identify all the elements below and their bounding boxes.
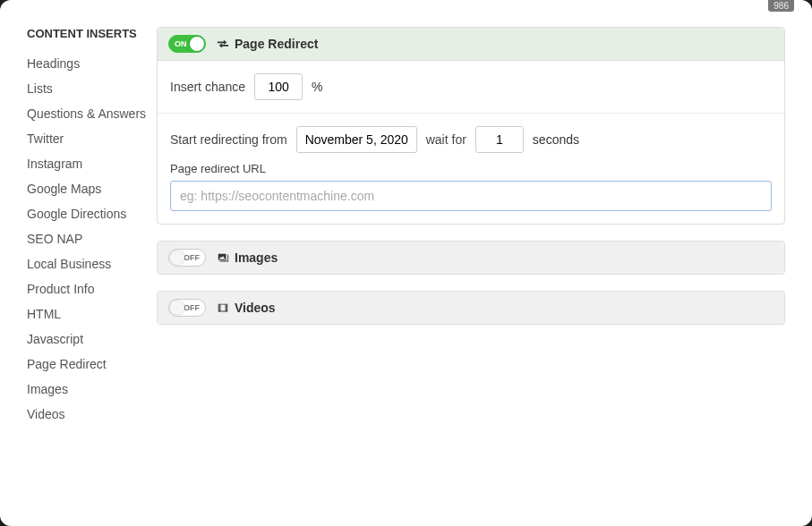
wait-seconds-input[interactable] [475,126,524,153]
wait-for-label: wait for [426,132,466,147]
videos-panel: OFF Videos [157,291,785,325]
page-redirect-body: Insert chance % Start redirecting from w… [158,61,784,224]
redirect-url-input[interactable] [170,181,772,211]
sidebar: CONTENT INSERTS Headings Lists Questions… [0,27,157,526]
videos-icon [217,301,229,314]
sidebar-item-javascript[interactable]: Javascript [27,327,148,352]
videos-header[interactable]: OFF Videos [158,292,784,324]
toggle-knob [170,250,184,265]
page-redirect-toggle[interactable]: ON [168,35,206,53]
main: ON Page Redirect Insert chance % [157,27,812,526]
sidebar-item-lists[interactable]: Lists [27,76,148,101]
insert-chance-label: Insert chance [170,80,245,94]
top-badge: 986 [768,0,794,12]
layout: CONTENT INSERTS Headings Lists Questions… [0,0,812,526]
percent-label: % [312,80,322,94]
sidebar-item-headings[interactable]: Headings [27,51,148,76]
start-redirect-label: Start redirecting from [170,132,287,147]
toggle-knob [190,37,204,51]
toggle-on-label: ON [175,39,187,48]
sidebar-item-product-info[interactable]: Product Info [27,276,148,301]
sidebar-item-local-business[interactable]: Local Business [27,251,148,276]
sidebar-item-questions-answers[interactable]: Questions & Answers [27,101,148,126]
redirect-url-label: Page redirect URL [170,162,772,175]
sidebar-item-instagram[interactable]: Instagram [27,151,148,176]
start-date-input[interactable] [296,126,417,153]
toggle-off-label: OFF [184,253,200,262]
insert-chance-input[interactable] [254,73,303,100]
videos-toggle[interactable]: OFF [168,299,206,317]
sidebar-item-videos[interactable]: Videos [27,402,148,427]
images-icon [217,251,229,264]
page-redirect-panel: ON Page Redirect Insert chance % [157,27,785,225]
sidebar-item-page-redirect[interactable]: Page Redirect [27,352,148,377]
sidebar-item-images[interactable]: Images [27,377,148,402]
sidebar-item-seo-nap[interactable]: SEO NAP [27,226,148,251]
images-title: Images [235,250,278,265]
sidebar-item-google-directions[interactable]: Google Directions [27,201,148,226]
redirect-icon [217,38,229,50]
sidebar-item-html[interactable]: HTML [27,301,148,327]
toggle-off-label: OFF [184,303,200,312]
sidebar-item-google-maps[interactable]: Google Maps [27,176,148,201]
sidebar-title: CONTENT INSERTS [27,27,148,40]
window: 986 CONTENT INSERTS Headings Lists Quest… [0,0,812,526]
toggle-knob [170,301,184,315]
videos-title: Videos [235,301,276,315]
images-panel: OFF Images [157,241,785,275]
seconds-label: seconds [533,132,579,147]
images-toggle[interactable]: OFF [168,249,206,267]
sidebar-item-twitter[interactable]: Twitter [27,126,148,151]
page-redirect-title: Page Redirect [235,37,318,51]
page-redirect-header[interactable]: ON Page Redirect [158,28,784,61]
images-header[interactable]: OFF Images [158,242,784,274]
